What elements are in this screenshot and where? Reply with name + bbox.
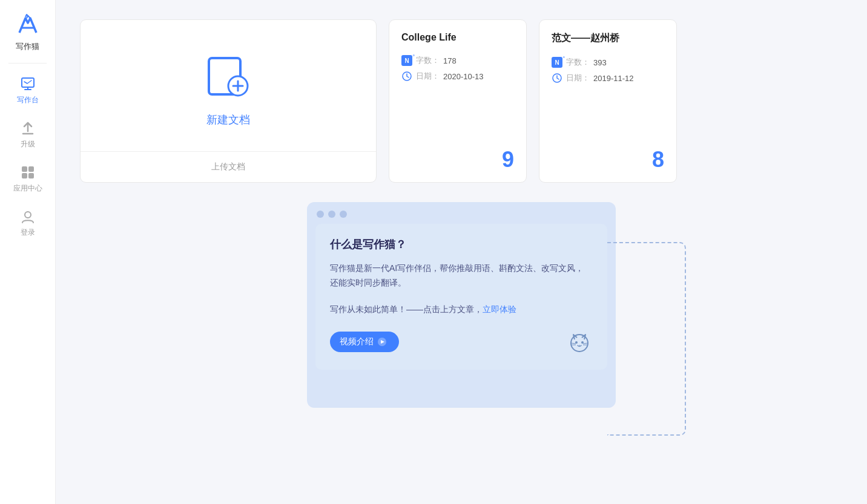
doc-date-value-1: 2019-11-12	[593, 74, 634, 83]
svg-rect-4	[22, 173, 27, 178]
new-doc-card[interactable]: 新建文档 上传文档	[80, 19, 377, 183]
promo-desc: 写作猫是新一代AI写作伴侣，帮你推敲用语、斟酌文法、改写文风， 还能实时同步翻译…	[330, 261, 593, 290]
wordcount-icon-0: N	[401, 55, 412, 66]
workspace-icon	[19, 76, 36, 93]
promo-cta-link[interactable]: 立即体验	[483, 304, 516, 314]
doc-meta-date-0: 日期： 2020-10-13	[401, 71, 514, 82]
app-name: 写作猫	[16, 41, 39, 52]
doc-date-label-1: 日期：	[566, 73, 590, 83]
sidebar-apps-label: 应用中心	[13, 183, 42, 194]
doc-wordcount-label-0: 字数：	[416, 55, 440, 66]
doc-card-1[interactable]: 范文——赵州桥 N 字数： 393 日期： 2019-11-12 8	[539, 19, 677, 183]
sidebar-item-upgrade[interactable]: 升级	[0, 113, 55, 157]
promo-dashed-border	[607, 242, 686, 436]
promo-video-button[interactable]: 视频介绍	[330, 332, 399, 352]
promo-dot-1	[317, 211, 324, 218]
doc-date-value-0: 2020-10-13	[443, 72, 484, 81]
date-icon-0	[401, 71, 412, 82]
upload-doc-button[interactable]: 上传文档	[81, 152, 376, 182]
new-doc-icon	[204, 54, 252, 103]
apps-icon	[19, 164, 36, 181]
svg-point-17	[581, 341, 584, 344]
doc-date-label-0: 日期：	[416, 71, 440, 82]
sidebar-item-apps[interactable]: 应用中心	[0, 157, 55, 201]
wordcount-icon-1: N	[552, 57, 562, 68]
svg-line-21	[583, 343, 588, 344]
promo-desc-2: 还能实时同步翻译。	[330, 278, 406, 287]
sidebar-item-workspace[interactable]: 写作台	[0, 68, 55, 113]
new-doc-label: 新建文档	[206, 113, 250, 127]
new-doc-icon-wrap	[204, 54, 252, 105]
doc-title-1: 范文——赵州桥	[552, 32, 664, 45]
sidebar-divider	[8, 63, 47, 64]
promo-desc-1: 写作猫是新一代AI写作伴侣，帮你推敲用语、斟酌文法、改写文风，	[330, 263, 584, 273]
cat-icon	[566, 329, 593, 355]
sidebar-workspace-label: 写作台	[17, 95, 39, 105]
doc-meta-date-1: 日期： 2019-11-12	[552, 73, 664, 83]
login-icon	[19, 208, 36, 225]
doc-meta-wordcount-0: N 字数： 178	[401, 55, 514, 66]
doc-score-1: 8	[552, 140, 664, 172]
sidebar: 写作猫 写作台 升级	[0, 0, 56, 504]
promo-cta-text: 写作从未如此简单！——点击上方文章，	[330, 304, 483, 314]
logo-icon	[13, 11, 42, 40]
date-icon-1	[552, 73, 562, 83]
logo-area: 写作猫	[0, 0, 55, 58]
promo-card: 什么是写作猫？ 写作猫是新一代AI写作伴侣，帮你推敲用语、斟酌文法、改写文风， …	[307, 202, 616, 408]
promo-section: 什么是写作猫？ 写作猫是新一代AI写作伴侣，帮你推敲用语、斟酌文法、改写文风， …	[80, 202, 843, 408]
doc-wordcount-value-0: 178	[443, 56, 457, 65]
sidebar-login-label: 登录	[21, 227, 35, 238]
doc-score-0: 9	[401, 140, 514, 172]
promo-dots	[307, 202, 616, 224]
promo-dot-3	[340, 211, 347, 218]
new-doc-top: 新建文档	[81, 20, 376, 151]
cards-row: 新建文档 上传文档 College Life N 字数： 178	[80, 19, 843, 183]
svg-rect-3	[28, 166, 34, 172]
svg-point-6	[25, 212, 31, 218]
svg-rect-2	[22, 166, 27, 172]
promo-btn-label: 视频介绍	[340, 336, 374, 347]
upgrade-icon	[19, 120, 36, 137]
promo-title: 什么是写作猫？	[330, 237, 593, 252]
doc-card-0[interactable]: College Life N 字数： 178 日期： 2020-10-13 9	[389, 19, 527, 183]
promo-inner: 什么是写作猫？ 写作猫是新一代AI写作伴侣，帮你推敲用语、斟酌文法、改写文风， …	[315, 224, 607, 370]
play-icon	[377, 337, 387, 347]
doc-wordcount-label-1: 字数：	[566, 57, 590, 68]
svg-point-16	[575, 341, 578, 344]
doc-wordcount-value-1: 393	[593, 58, 607, 67]
svg-line-19	[571, 343, 576, 344]
svg-rect-5	[28, 173, 34, 178]
main-content: 新建文档 上传文档 College Life N 字数： 178	[56, 0, 867, 504]
doc-title-0: College Life	[401, 32, 514, 43]
doc-meta-wordcount-1: N 字数： 393	[552, 57, 664, 68]
sidebar-item-login[interactable]: 登录	[0, 201, 55, 245]
promo-cta: 写作从未如此简单！——点击上方文章，立即体验	[330, 303, 593, 317]
promo-dot-2	[328, 211, 335, 218]
sidebar-upgrade-label: 升级	[21, 139, 35, 149]
